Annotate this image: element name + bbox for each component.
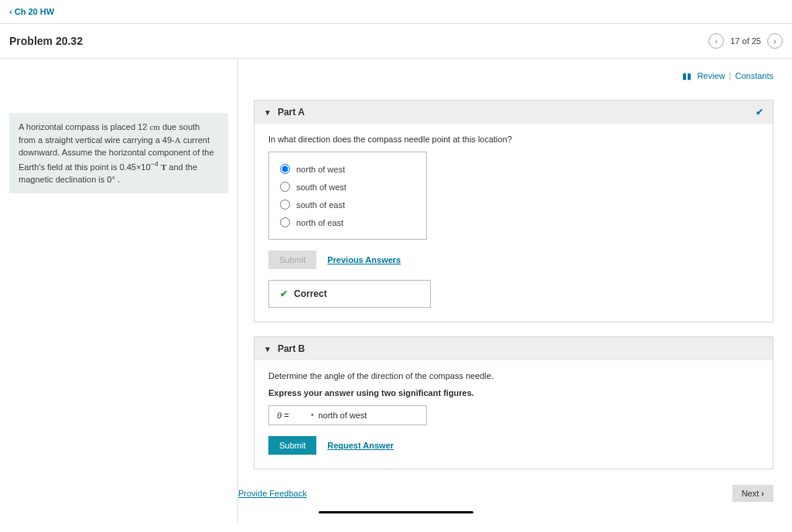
submit-a-button: Submit xyxy=(268,251,316,269)
option-north-of-west[interactable]: north of west xyxy=(280,160,415,178)
part-b-title: Part B xyxy=(278,343,305,354)
separator: | xyxy=(729,71,732,80)
back-link[interactable]: Ch 20 HW xyxy=(9,7,54,16)
part-a-title: Part A xyxy=(278,107,305,118)
unit-suffix: north of west xyxy=(318,411,367,420)
degree-symbol: ∘ xyxy=(310,411,315,419)
problem-nav: ‹ 17 of 25 › xyxy=(708,33,783,49)
constants-link[interactable]: Constants xyxy=(735,71,773,80)
next-button[interactable]: Next xyxy=(732,485,773,502)
part-a-header[interactable]: ▼ Part A ✔ xyxy=(254,101,773,124)
problem-statement: A horizontal compass is placed 12 cm due… xyxy=(9,113,228,193)
options-box: north of west south of west south of eas… xyxy=(268,152,427,240)
previous-answers-link[interactable]: Previous Answers xyxy=(327,255,401,264)
theta-label: θ = xyxy=(277,411,288,420)
prev-problem-button[interactable]: ‹ xyxy=(708,33,724,49)
request-answer-link[interactable]: Request Answer xyxy=(327,441,394,450)
check-icon: ✔ xyxy=(756,107,763,118)
submit-b-button[interactable]: Submit xyxy=(268,436,316,455)
answer-input-box[interactable]: θ = ∘ north of west xyxy=(268,405,427,425)
option-south-of-west[interactable]: south of west xyxy=(280,178,415,196)
part-b-header[interactable]: ▼ Part B xyxy=(254,337,773,360)
feedback-text: Correct xyxy=(294,288,327,299)
caret-down-icon: ▼ xyxy=(264,345,271,353)
check-icon: ✔ xyxy=(280,288,288,299)
review-link[interactable]: Review xyxy=(697,71,725,80)
problem-title: Problem 20.32 xyxy=(9,35,83,47)
feedback-correct: ✔ Correct xyxy=(268,280,431,308)
home-indicator xyxy=(319,511,473,513)
part-b-instruction: Express your answer using two significan… xyxy=(268,388,759,397)
part-a: ▼ Part A ✔ In what direction does the co… xyxy=(254,100,773,322)
part-a-question: In what direction does the compass needl… xyxy=(268,135,759,144)
caret-down-icon: ▼ xyxy=(264,108,271,117)
angle-input[interactable] xyxy=(292,411,307,420)
review-icon: ▮▮ xyxy=(682,71,691,80)
option-south-of-east[interactable]: south of east xyxy=(280,196,415,213)
part-b: ▼ Part B Determine the angle of the dire… xyxy=(254,336,773,469)
provide-feedback-link[interactable]: Provide Feedback xyxy=(238,489,307,498)
next-problem-button[interactable]: › xyxy=(767,33,783,49)
option-north-of-east[interactable]: north of east xyxy=(280,213,415,231)
part-b-question: Determine the angle of the direction of … xyxy=(268,371,759,380)
problem-counter: 17 of 25 xyxy=(730,36,761,46)
